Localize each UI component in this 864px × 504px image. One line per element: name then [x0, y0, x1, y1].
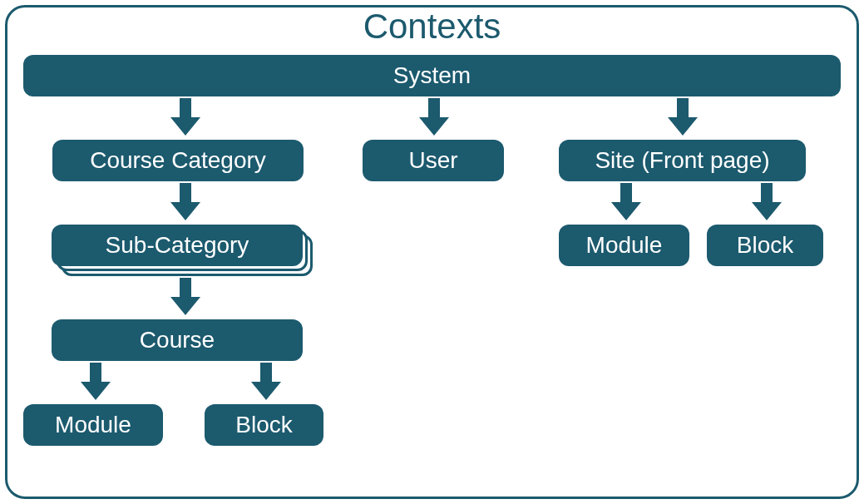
node-block-course-label: Block — [235, 412, 292, 438]
node-course-category: Course Category — [52, 140, 304, 181]
node-site: Site (Front page) — [559, 140, 806, 181]
node-sub-category-label: Sub-Category — [106, 232, 249, 259]
node-system: System — [23, 55, 841, 96]
node-module-course-label: Module — [55, 412, 131, 438]
node-block-site-label: Block — [737, 232, 793, 259]
node-module-course: Module — [23, 404, 163, 446]
node-course-label: Course — [140, 327, 215, 353]
diagram-frame: Contexts System Course Category User Sit… — [0, 0, 864, 504]
arrow-site-to-block — [752, 183, 782, 220]
node-sub-category: Sub-Category — [52, 225, 303, 266]
node-course: Course — [52, 319, 303, 361]
node-system-label: System — [393, 62, 471, 89]
arrow-sub-category-to-course — [170, 278, 200, 315]
node-module-site-label: Module — [586, 232, 663, 259]
arrow-system-to-course-category — [170, 98, 200, 136]
arrow-system-to-user — [419, 98, 449, 136]
node-site-label: Site (Front page) — [595, 147, 769, 174]
arrow-course-category-to-sub-category — [170, 183, 200, 220]
node-user-label: User — [408, 147, 457, 174]
node-block-site: Block — [707, 225, 823, 266]
node-block-course: Block — [205, 404, 323, 446]
arrow-system-to-site — [668, 98, 698, 136]
diagram-title: Contexts — [0, 7, 864, 47]
arrow-course-to-module — [81, 363, 111, 400]
node-course-category-label: Course Category — [90, 147, 266, 174]
arrow-site-to-module — [611, 183, 641, 220]
node-module-site: Module — [559, 225, 689, 266]
arrow-course-to-block — [251, 363, 281, 400]
node-user: User — [363, 140, 504, 181]
